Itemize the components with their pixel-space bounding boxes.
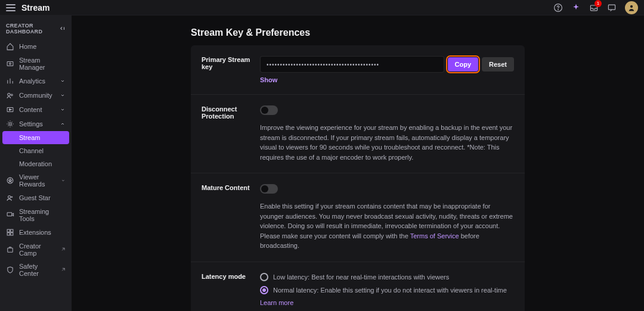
- menu-icon[interactable]: [6, 4, 16, 11]
- chevron-down-icon: [60, 92, 66, 98]
- chevron-down-icon: [61, 178, 66, 184]
- sparkle-icon[interactable]: [571, 3, 581, 13]
- stream-key-card: Primary Stream key Copy Reset Show Disco…: [191, 45, 525, 311]
- radio-icon: [260, 273, 268, 281]
- svg-point-10: [9, 123, 11, 125]
- svg-rect-15: [11, 229, 13, 232]
- sidebar-item-community[interactable]: Community: [2, 88, 69, 102]
- sidebar-item-streaming-tools[interactable]: Streaming Tools: [2, 205, 69, 225]
- extensions-icon: [6, 228, 14, 237]
- help-icon[interactable]: [553, 3, 563, 13]
- main-content: Stream Key & Preferences Primary Stream …: [72, 15, 644, 311]
- sidebar-item-stream[interactable]: Stream: [2, 131, 69, 144]
- svg-point-12: [8, 196, 11, 198]
- analytics-icon: [6, 77, 14, 85]
- latency-normal-option[interactable]: Normal latency: Enable this setting if y…: [260, 286, 514, 294]
- chevron-up-icon: [60, 121, 66, 127]
- topbar-right: 1: [553, 1, 638, 14]
- sidebar-item-guest-star[interactable]: Guest Star: [2, 191, 69, 205]
- svg-rect-18: [8, 248, 13, 252]
- page-title: Stream: [21, 3, 49, 13]
- disconnect-label: Disconnect Protection: [202, 105, 260, 162]
- collapse-icon[interactable]: [59, 24, 66, 33]
- sidebar-item-content[interactable]: Content: [2, 102, 69, 117]
- stream-manager-icon: [6, 60, 14, 68]
- svg-rect-5: [7, 62, 13, 66]
- chevron-down-icon: [60, 107, 66, 113]
- sidebar-item-channel[interactable]: Channel: [2, 144, 69, 157]
- shield-icon: [6, 266, 14, 274]
- svg-rect-3: [608, 5, 615, 10]
- sidebar-item-analytics[interactable]: Analytics: [2, 74, 69, 88]
- svg-point-1: [558, 9, 559, 10]
- mature-toggle[interactable]: [260, 184, 278, 194]
- sidebar: CREATOR DASHBOARD Home Stream Manager An…: [0, 15, 72, 311]
- external-icon: [60, 247, 66, 253]
- mature-label: Mature Content: [202, 184, 260, 251]
- avatar[interactable]: [625, 1, 638, 14]
- show-link[interactable]: Show: [260, 76, 514, 83]
- svg-point-7: [8, 94, 10, 96]
- sidebar-item-home[interactable]: Home: [2, 39, 69, 54]
- section-title: Stream Key & Preferences: [191, 27, 525, 38]
- sidebar-item-safety-center[interactable]: Safety Center: [2, 260, 69, 280]
- guest-star-icon: [6, 194, 14, 202]
- stream-key-input[interactable]: [260, 56, 444, 73]
- tools-icon: [6, 211, 14, 219]
- svg-rect-14: [7, 229, 10, 232]
- topbar-left: Stream: [6, 3, 49, 13]
- mature-desc: Enable this setting if your stream conta…: [260, 201, 514, 251]
- svg-rect-17: [11, 233, 13, 235]
- radio-icon: [260, 286, 268, 294]
- community-icon: [6, 91, 14, 99]
- sidebar-item-stream-manager[interactable]: Stream Manager: [2, 54, 69, 74]
- sidebar-item-viewer-rewards[interactable]: Viewer Rewards: [2, 170, 69, 191]
- sidebar-item-creator-camp[interactable]: Creator Camp: [2, 240, 69, 260]
- disconnect-desc: Improve the viewing experience for your …: [260, 123, 514, 162]
- copy-button[interactable]: Copy: [448, 57, 479, 71]
- camp-icon: [6, 245, 14, 254]
- svg-point-8: [11, 94, 13, 96]
- sidebar-item-settings[interactable]: Settings: [2, 117, 69, 131]
- disconnect-toggle[interactable]: [260, 105, 278, 115]
- rewards-icon: [6, 176, 14, 185]
- inbox-icon[interactable]: 1: [589, 3, 599, 13]
- latency-learn-more[interactable]: Learn more: [260, 299, 514, 306]
- reset-button[interactable]: Reset: [482, 57, 514, 71]
- external-icon: [60, 267, 66, 273]
- latency-label: Latency mode: [202, 273, 260, 306]
- primary-stream-key-label: Primary Stream key: [202, 56, 260, 83]
- notification-badge: 1: [595, 0, 602, 7]
- latency-low-option[interactable]: Low latency: Best for near real-time int…: [260, 273, 514, 281]
- tos-link[interactable]: Terms of Service: [410, 232, 459, 240]
- chat-icon[interactable]: [607, 3, 617, 13]
- sidebar-item-extensions[interactable]: Extensions: [2, 225, 69, 240]
- chevron-down-icon: [60, 78, 66, 84]
- gear-icon: [6, 120, 14, 128]
- topbar: Stream 1: [0, 0, 644, 15]
- svg-point-4: [630, 5, 633, 7]
- svg-rect-16: [7, 233, 10, 235]
- content-icon: [6, 105, 14, 114]
- sidebar-header: CREATOR DASHBOARD: [2, 21, 69, 39]
- svg-point-6: [10, 63, 11, 65]
- svg-rect-13: [7, 213, 12, 216]
- sidebar-item-moderation[interactable]: Moderation: [2, 157, 69, 170]
- home-icon: [6, 42, 14, 51]
